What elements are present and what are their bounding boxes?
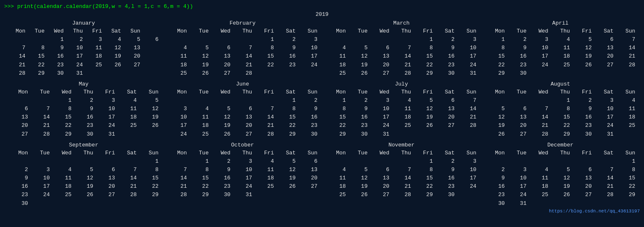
day-cell: 1: [615, 157, 636, 166]
day-cell: 10: [94, 105, 116, 113]
day-cell: 21: [8, 61, 27, 69]
day-cell: 18: [391, 113, 412, 121]
week-row: 12345: [8, 96, 160, 105]
day-cell: 30: [571, 130, 593, 139]
weekday-header: Sun: [122, 27, 141, 35]
day-cell: 14: [615, 44, 636, 52]
day-cell: 15: [27, 52, 46, 61]
day-cell: 25: [167, 69, 188, 78]
day-cell: 18: [188, 121, 210, 130]
day-cell: 9: [571, 105, 593, 113]
day-cell: [528, 157, 549, 166]
month-block-december: DecemberMonTueWedThuFriSatSun12345678910…: [481, 142, 640, 208]
day-cell: [593, 69, 615, 78]
day-cell: 1: [188, 157, 210, 166]
day-cell: 24: [456, 61, 477, 69]
weekday-header: Wed: [210, 88, 232, 96]
day-cell: 30: [46, 69, 65, 78]
day-cell: 8: [27, 44, 46, 52]
week-row: 123: [326, 35, 478, 44]
day-cell: 22: [412, 182, 434, 191]
day-cell: [138, 130, 160, 139]
weekday-header: Mon: [8, 149, 29, 157]
day-cell: 11: [528, 174, 549, 182]
weekday-header: Thu: [550, 149, 571, 157]
day-cell: 9: [434, 44, 456, 52]
day-cell: 22: [550, 121, 571, 130]
day-cell: 20: [232, 121, 253, 130]
day-cell: 29: [412, 191, 434, 199]
day-cell: 26: [210, 130, 232, 139]
day-cell: 6: [571, 166, 593, 174]
day-cell: 26: [103, 61, 122, 69]
day-cell: 25: [391, 121, 412, 130]
day-cell: 27: [571, 191, 593, 199]
day-cell: 29: [550, 130, 571, 139]
day-cell: 14: [253, 113, 275, 121]
day-cell: [484, 157, 506, 166]
weekday-header: Wed: [210, 149, 232, 157]
bottom-link[interactable]: https://blog.csdn.net/qq_43613197: [0, 208, 644, 214]
day-cell: 5: [347, 44, 369, 52]
day-cell: [116, 130, 138, 139]
day-cell: 19: [275, 174, 297, 182]
day-cell: 17: [506, 182, 528, 191]
day-cell: 13: [210, 52, 232, 61]
weekday-header: Wed: [528, 149, 549, 157]
day-cell: 7: [391, 166, 412, 174]
day-cell: [8, 35, 27, 44]
day-cell: 15: [275, 113, 297, 121]
day-cell: 22: [253, 61, 275, 69]
day-cell: 5: [550, 166, 571, 174]
day-cell: 6: [369, 44, 391, 52]
day-cell: 8: [412, 44, 434, 52]
day-cell: 16: [571, 113, 593, 121]
day-cell: 11: [326, 174, 347, 182]
day-cell: 4: [103, 35, 122, 44]
day-cell: 15: [615, 174, 636, 182]
week-row: 23242526272829: [484, 191, 636, 199]
week-row: 123: [326, 157, 478, 166]
day-cell: 20: [210, 61, 232, 69]
day-cell: 15: [326, 113, 347, 121]
month-table-november: MonTueWedThuFriSatSun1234567891011121314…: [326, 149, 478, 199]
weekday-header: Thu: [65, 27, 84, 35]
day-cell: 23: [73, 121, 94, 130]
day-cell: 7: [593, 166, 615, 174]
weekday-header: Mon: [8, 88, 29, 96]
weekday-header: Thu: [550, 88, 571, 96]
weekday-header: Tue: [347, 27, 369, 35]
day-cell: 13: [369, 52, 391, 61]
month-title-april: April: [484, 20, 636, 26]
day-cell: [73, 157, 94, 166]
day-cell: 14: [528, 113, 549, 121]
day-cell: 6: [141, 35, 160, 44]
weekday-header: Sun: [138, 88, 160, 96]
day-cell: 13: [94, 174, 116, 182]
day-cell: 3: [369, 96, 391, 105]
month-block-february: FebruaryMonTueWedThuFriSatSun12345678910…: [163, 20, 322, 78]
day-cell: 26: [347, 69, 369, 78]
day-cell: 11: [51, 174, 73, 182]
weekday-header: Sat: [434, 88, 456, 96]
day-cell: [116, 199, 138, 208]
week-row: 45678910: [167, 44, 319, 52]
day-cell: [506, 157, 528, 166]
week-row: 1: [8, 157, 160, 166]
day-cell: [550, 157, 571, 166]
day-cell: 10: [506, 174, 528, 182]
day-cell: 1: [412, 35, 434, 44]
day-cell: 9: [8, 174, 29, 182]
day-cell: 15: [138, 174, 160, 182]
day-cell: 30: [347, 130, 369, 139]
day-cell: 16: [8, 182, 29, 191]
day-cell: 20: [122, 52, 141, 61]
day-cell: 1: [326, 96, 347, 105]
day-cell: 7: [29, 105, 51, 113]
day-cell: 4: [167, 44, 188, 52]
weekday-header: Mon: [484, 88, 506, 96]
day-cell: [347, 35, 369, 44]
day-cell: 27: [369, 191, 391, 199]
day-cell: 14: [167, 174, 188, 182]
day-cell: 9: [347, 105, 369, 113]
